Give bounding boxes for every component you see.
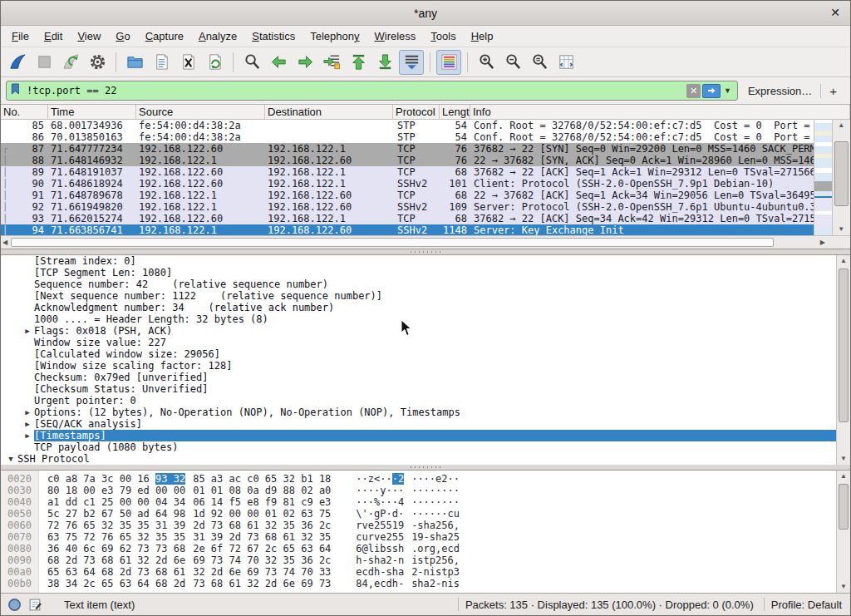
detail-line[interactable]: ▶[SEQ/ACK analysis] — [1, 418, 850, 430]
go-first-icon[interactable] — [346, 50, 371, 75]
title-bar[interactable]: *any ✕ — [1, 1, 850, 26]
packet-list-hscrollbar[interactable]: ◀ ▶ — [1, 235, 850, 249]
collapsed-arrow-icon[interactable]: ▶ — [21, 325, 34, 337]
column-header-destination[interactable]: Destination — [265, 105, 393, 119]
menu-item-statistics[interactable]: Statistics — [244, 27, 303, 45]
menu-item-file[interactable]: File — [4, 27, 37, 45]
zoom-out-icon[interactable] — [500, 50, 525, 75]
restart-capture-icon[interactable] — [58, 50, 83, 75]
detail-line[interactable]: Checksum: 0x79ed [unverified] — [1, 372, 850, 383]
packet-row[interactable]: 93│71.662015274192.168.122.60192.168.122… — [1, 213, 814, 224]
menu-item-help[interactable]: Help — [464, 27, 501, 45]
collapsed-arrow-icon[interactable]: ▶ — [21, 407, 34, 418]
resize-columns-icon[interactable] — [553, 50, 578, 75]
packet-row[interactable]: 94│71.663856741192.168.122.1192.168.122.… — [1, 224, 814, 235]
filter-clear-icon[interactable]: ✕ — [686, 84, 701, 98]
scroll-down-icon[interactable]: ▼ — [837, 581, 850, 593]
detail-line[interactable]: ▶Options: (12 bytes), No-Operation (NOP)… — [1, 407, 850, 418]
filter-bookmark-icon[interactable] — [9, 81, 22, 100]
hex-row[interactable]: 0020c0 a8 7a 3c 00 16 93 3285 a3 ac c0 6… — [1, 473, 850, 485]
hex-row[interactable]: 003080 18 00 e3 79 ed 00 0001 01 08 0a d… — [1, 485, 850, 496]
scroll-thumb[interactable] — [834, 141, 849, 206]
open-file-icon[interactable] — [122, 50, 147, 75]
expanded-arrow-icon[interactable]: ▼ — [4, 453, 17, 465]
scroll-up-icon[interactable]: ▲ — [837, 255, 850, 267]
detail-line[interactable]: TCP payload (1080 bytes) — [1, 441, 850, 453]
detail-line[interactable]: Window size value: 227 — [1, 337, 850, 348]
detail-line[interactable]: ▶[Timestamps] — [1, 430, 850, 441]
detail-line[interactable]: Urgent pointer: 0 — [1, 395, 850, 407]
scroll-down-icon[interactable]: ▼ — [833, 224, 850, 235]
add-filter-button[interactable]: + — [820, 84, 845, 98]
start-capture-icon[interactable] — [5, 50, 30, 75]
scroll-up-icon[interactable]: ▲ — [837, 471, 850, 482]
hex-row[interactable]: 00b038 34 2c 65 63 64 68 2d73 68 61 32 2… — [1, 578, 850, 589]
zoom-in-icon[interactable] — [474, 50, 499, 75]
packet-row[interactable]: 88│71.648146932192.168.122.1192.168.122.… — [1, 155, 814, 166]
hex-row[interactable]: 00505c 27 b2 67 50 ad 64 981d 92 00 00 0… — [1, 508, 850, 520]
hex-row[interactable]: 00a065 63 64 68 2d 73 68 6132 2d 6e 69 7… — [1, 566, 850, 578]
menu-item-go[interactable]: Go — [108, 27, 137, 45]
hex-row[interactable]: 009068 2d 73 68 61 32 2d 6e69 73 74 70 3… — [1, 554, 850, 566]
expert-info-icon[interactable] — [7, 598, 22, 612]
capture-comment-icon[interactable] — [28, 598, 42, 612]
save-file-icon[interactable] — [149, 50, 174, 75]
stop-capture-icon[interactable] — [32, 50, 57, 75]
detail-line[interactable]: Sequence number: 42 (relative sequence n… — [1, 278, 850, 290]
detail-line[interactable]: Acknowledgment number: 34 (relative ack … — [1, 302, 850, 313]
close-window-icon[interactable]: ✕ — [830, 6, 840, 19]
hex-row[interactable]: 0040a1 dd c1 25 00 00 04 3406 14 f5 e8 f… — [1, 496, 850, 508]
status-profile[interactable]: Profile: Default — [771, 599, 850, 611]
intelligent-scrollbar-minimap[interactable] — [814, 120, 832, 235]
close-file-icon[interactable] — [175, 50, 200, 75]
filter-apply-icon[interactable] — [702, 84, 721, 98]
detail-line[interactable]: ▼SSH Protocol — [1, 453, 850, 465]
menu-item-telephony[interactable]: Telephony — [303, 27, 366, 45]
menu-item-edit[interactable]: Edit — [37, 27, 70, 45]
packet-row[interactable]: 90│71.648618924192.168.122.60192.168.122… — [1, 178, 814, 190]
go-to-packet-icon[interactable] — [319, 50, 344, 75]
packet-row[interactable]: 87┌71.647777234192.168.122.60192.168.122… — [1, 143, 814, 155]
detail-vscrollbar[interactable]: ▲ ▼ — [836, 255, 850, 465]
column-header-no[interactable]: No. — [1, 105, 48, 119]
find-packet-icon[interactable] — [239, 50, 264, 75]
detail-line[interactable]: ▶Flags: 0x018 (PSH, ACK) — [1, 325, 850, 337]
reload-file-icon[interactable] — [202, 50, 227, 75]
scroll-thumb[interactable] — [839, 269, 849, 422]
expression-button[interactable]: Expression… — [738, 85, 820, 97]
auto-scroll-icon[interactable] — [399, 50, 424, 75]
go-forward-icon[interactable] — [293, 50, 317, 75]
column-header-protocol[interactable]: Protocol — [393, 105, 440, 119]
packet-row[interactable]: 8568.001734936fe:54:00:d4:38:2aSTP54Conf… — [1, 120, 814, 131]
menu-item-capture[interactable]: Capture — [138, 27, 191, 45]
hex-row[interactable]: 007063 75 72 76 65 32 35 3531 39 2d 73 6… — [1, 531, 850, 543]
colorize-icon[interactable] — [436, 50, 461, 75]
detail-line[interactable]: [Checksum Status: Unverified] — [1, 383, 850, 395]
scroll-left-icon[interactable]: ◀ — [2, 236, 7, 249]
detail-line[interactable]: [Next sequence number: 1122 (relative se… — [1, 290, 850, 302]
detail-line[interactable]: [Calculated window size: 29056] — [1, 348, 850, 360]
hex-row[interactable]: 008036 40 6c 69 62 73 73 682e 6f 72 67 2… — [1, 543, 850, 554]
column-header-source[interactable]: Source — [136, 105, 265, 119]
column-header-length[interactable]: Length — [440, 105, 470, 119]
menu-item-analyze[interactable]: Analyze — [191, 27, 244, 45]
menu-item-tools[interactable]: Tools — [423, 27, 463, 45]
column-header-info[interactable]: Info — [470, 105, 850, 119]
capture-options-icon[interactable] — [85, 50, 110, 75]
go-last-icon[interactable] — [372, 50, 397, 75]
menu-item-view[interactable]: View — [70, 27, 108, 45]
detail-line[interactable]: [TCP Segment Len: 1080] — [1, 267, 850, 278]
detail-line[interactable]: 1000 .... = Header Length: 32 bytes (8) — [1, 313, 850, 325]
packet-row[interactable]: 8670.013850163fe:54:00:d4:38:2aSTP54Conf… — [1, 131, 814, 143]
detail-line[interactable]: [Window size scaling factor: 128] — [1, 360, 850, 372]
filter-text[interactable]: !tcp.port == 22 — [22, 85, 686, 96]
packet-row[interactable]: 89│71.648191037192.168.122.60192.168.122… — [1, 166, 814, 178]
detail-line[interactable]: [Stream index: 0] — [1, 255, 850, 267]
scroll-right-icon[interactable]: ▶ — [820, 236, 825, 249]
go-back-icon[interactable] — [266, 50, 291, 75]
packet-row[interactable]: 92│71.661949820192.168.122.1192.168.122.… — [1, 201, 814, 213]
hscroll-thumb[interactable] — [11, 238, 774, 247]
hex-row[interactable]: 006072 76 65 32 35 35 31 392d 73 68 61 3… — [1, 520, 850, 531]
column-header-time[interactable]: Time — [48, 105, 136, 119]
collapsed-arrow-icon[interactable]: ▶ — [21, 418, 34, 430]
